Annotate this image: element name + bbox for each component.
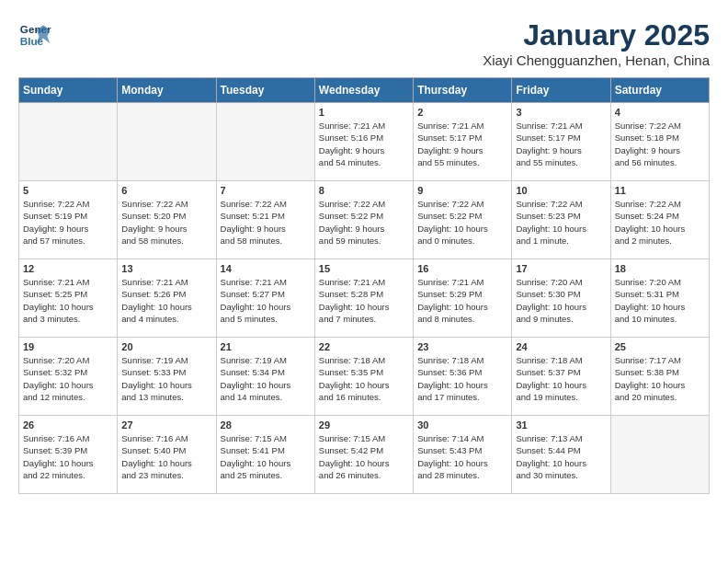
day-info: Sunrise: 7:18 AM Sunset: 5:37 PM Dayligh…: [516, 354, 606, 403]
day-number: 24: [516, 341, 606, 352]
day-number: 8: [319, 185, 409, 196]
calendar-day-cell: 27Sunrise: 7:16 AM Sunset: 5:40 PM Dayli…: [118, 416, 216, 494]
logo: General Blue: [18, 18, 51, 52]
day-info: Sunrise: 7:15 AM Sunset: 5:41 PM Dayligh…: [221, 432, 311, 481]
day-info: Sunrise: 7:22 AM Sunset: 5:23 PM Dayligh…: [516, 198, 606, 247]
calendar-week-row: 19Sunrise: 7:20 AM Sunset: 5:32 PM Dayli…: [19, 338, 710, 416]
calendar-day-cell: 17Sunrise: 7:20 AM Sunset: 5:30 PM Dayli…: [512, 259, 610, 338]
day-info: Sunrise: 7:14 AM Sunset: 5:43 PM Dayligh…: [417, 432, 507, 481]
day-info: Sunrise: 7:21 AM Sunset: 5:17 PM Dayligh…: [417, 120, 507, 168]
day-info: Sunrise: 7:22 AM Sunset: 5:18 PM Dayligh…: [615, 120, 705, 168]
calendar-day-cell: 10Sunrise: 7:22 AM Sunset: 5:23 PM Dayli…: [512, 181, 610, 259]
calendar-day-cell: 21Sunrise: 7:19 AM Sunset: 5:34 PM Dayli…: [216, 338, 314, 416]
day-number: 17: [516, 263, 606, 274]
day-info: Sunrise: 7:21 AM Sunset: 5:27 PM Dayligh…: [221, 276, 311, 325]
calendar-day-cell: 28Sunrise: 7:15 AM Sunset: 5:41 PM Dayli…: [216, 416, 314, 494]
calendar-day-cell: 20Sunrise: 7:19 AM Sunset: 5:33 PM Dayli…: [118, 338, 216, 416]
day-number: 11: [615, 185, 705, 196]
calendar-week-row: 1Sunrise: 7:21 AM Sunset: 5:16 PM Daylig…: [19, 103, 710, 181]
calendar-table: SundayMondayTuesdayWednesdayThursdayFrid…: [18, 77, 710, 494]
calendar-day-cell: [216, 103, 314, 181]
day-number: 28: [221, 419, 311, 431]
day-number: 20: [121, 341, 211, 352]
calendar-day-cell: 31Sunrise: 7:13 AM Sunset: 5:44 PM Dayli…: [512, 416, 610, 494]
calendar-week-row: 12Sunrise: 7:21 AM Sunset: 5:25 PM Dayli…: [19, 259, 710, 338]
day-info: Sunrise: 7:20 AM Sunset: 5:32 PM Dayligh…: [23, 354, 113, 403]
day-number: 3: [516, 107, 606, 118]
day-info: Sunrise: 7:16 AM Sunset: 5:40 PM Dayligh…: [121, 432, 211, 481]
title-block: January 2025 Xiayi Chengguanzhen, Henan,…: [483, 18, 710, 68]
day-number: 2: [417, 107, 507, 118]
day-number: 15: [319, 263, 409, 274]
day-number: 18: [615, 263, 705, 274]
calendar-day-cell: 25Sunrise: 7:17 AM Sunset: 5:38 PM Dayli…: [610, 338, 709, 416]
page-header: General Blue January 2025 Xiayi Chenggua…: [18, 18, 710, 68]
calendar-day-cell: 16Sunrise: 7:21 AM Sunset: 5:29 PM Dayli…: [414, 259, 512, 338]
day-info: Sunrise: 7:18 AM Sunset: 5:35 PM Dayligh…: [319, 354, 409, 403]
day-info: Sunrise: 7:22 AM Sunset: 5:19 PM Dayligh…: [23, 198, 113, 247]
day-number: 14: [221, 263, 311, 274]
day-number: 26: [23, 419, 113, 431]
calendar-day-cell: [118, 103, 216, 181]
day-info: Sunrise: 7:13 AM Sunset: 5:44 PM Dayligh…: [516, 432, 606, 481]
day-info: Sunrise: 7:19 AM Sunset: 5:34 PM Dayligh…: [221, 354, 311, 403]
day-number: 13: [121, 263, 211, 274]
calendar-day-cell: 13Sunrise: 7:21 AM Sunset: 5:26 PM Dayli…: [118, 259, 216, 338]
day-number: 29: [319, 419, 409, 431]
calendar-body: 1Sunrise: 7:21 AM Sunset: 5:16 PM Daylig…: [19, 103, 710, 494]
calendar-day-cell: 12Sunrise: 7:21 AM Sunset: 5:25 PM Dayli…: [19, 259, 118, 338]
day-info: Sunrise: 7:20 AM Sunset: 5:30 PM Dayligh…: [516, 276, 606, 325]
day-info: Sunrise: 7:20 AM Sunset: 5:31 PM Dayligh…: [615, 276, 705, 325]
calendar-week-row: 26Sunrise: 7:16 AM Sunset: 5:39 PM Dayli…: [19, 416, 710, 494]
calendar-day-cell: 23Sunrise: 7:18 AM Sunset: 5:36 PM Dayli…: [414, 338, 512, 416]
day-info: Sunrise: 7:19 AM Sunset: 5:33 PM Dayligh…: [121, 354, 211, 403]
day-number: 7: [221, 185, 311, 196]
calendar-day-cell: 18Sunrise: 7:20 AM Sunset: 5:31 PM Dayli…: [610, 259, 709, 338]
calendar-day-cell: 26Sunrise: 7:16 AM Sunset: 5:39 PM Dayli…: [19, 416, 118, 494]
day-info: Sunrise: 7:22 AM Sunset: 5:21 PM Dayligh…: [221, 198, 311, 247]
calendar-day-cell: 9Sunrise: 7:22 AM Sunset: 5:22 PM Daylig…: [414, 181, 512, 259]
day-info: Sunrise: 7:15 AM Sunset: 5:42 PM Dayligh…: [319, 432, 409, 481]
day-number: 12: [23, 263, 113, 274]
day-number: 30: [417, 419, 507, 431]
day-number: 31: [516, 419, 606, 431]
day-info: Sunrise: 7:21 AM Sunset: 5:28 PM Dayligh…: [319, 276, 409, 325]
day-number: 10: [516, 185, 606, 196]
day-info: Sunrise: 7:21 AM Sunset: 5:17 PM Dayligh…: [516, 120, 606, 168]
calendar-day-cell: 14Sunrise: 7:21 AM Sunset: 5:27 PM Dayli…: [216, 259, 314, 338]
day-number: 6: [121, 185, 211, 196]
day-number: 27: [121, 419, 211, 431]
day-info: Sunrise: 7:22 AM Sunset: 5:22 PM Dayligh…: [417, 198, 507, 247]
weekday-header-cell: Friday: [512, 78, 610, 103]
calendar-day-cell: 8Sunrise: 7:22 AM Sunset: 5:22 PM Daylig…: [314, 181, 413, 259]
day-info: Sunrise: 7:21 AM Sunset: 5:26 PM Dayligh…: [121, 276, 211, 325]
calendar-day-cell: [610, 416, 709, 494]
day-number: 5: [23, 185, 113, 196]
calendar-day-cell: 3Sunrise: 7:21 AM Sunset: 5:17 PM Daylig…: [512, 103, 610, 181]
calendar-day-cell: 1Sunrise: 7:21 AM Sunset: 5:16 PM Daylig…: [314, 103, 413, 181]
day-info: Sunrise: 7:16 AM Sunset: 5:39 PM Dayligh…: [23, 432, 113, 481]
day-number: 16: [417, 263, 507, 274]
day-number: 23: [417, 341, 507, 352]
calendar-day-cell: 29Sunrise: 7:15 AM Sunset: 5:42 PM Dayli…: [314, 416, 413, 494]
calendar-day-cell: 6Sunrise: 7:22 AM Sunset: 5:20 PM Daylig…: [118, 181, 216, 259]
calendar-day-cell: 4Sunrise: 7:22 AM Sunset: 5:18 PM Daylig…: [610, 103, 709, 181]
weekday-header-cell: Tuesday: [216, 78, 314, 103]
day-info: Sunrise: 7:21 AM Sunset: 5:29 PM Dayligh…: [417, 276, 507, 325]
day-number: 21: [221, 341, 311, 352]
calendar-day-cell: 7Sunrise: 7:22 AM Sunset: 5:21 PM Daylig…: [216, 181, 314, 259]
logo-icon: General Blue: [18, 18, 51, 52]
weekday-header-cell: Wednesday: [314, 78, 413, 103]
weekday-header-cell: Saturday: [610, 78, 709, 103]
day-info: Sunrise: 7:21 AM Sunset: 5:16 PM Dayligh…: [319, 120, 409, 168]
day-info: Sunrise: 7:22 AM Sunset: 5:20 PM Dayligh…: [121, 198, 211, 247]
weekday-header-cell: Sunday: [19, 78, 118, 103]
day-number: 22: [319, 341, 409, 352]
day-number: 1: [319, 107, 409, 118]
day-number: 19: [23, 341, 113, 352]
calendar-day-cell: 11Sunrise: 7:22 AM Sunset: 5:24 PM Dayli…: [610, 181, 709, 259]
day-info: Sunrise: 7:22 AM Sunset: 5:22 PM Dayligh…: [319, 198, 409, 247]
day-info: Sunrise: 7:18 AM Sunset: 5:36 PM Dayligh…: [417, 354, 507, 403]
weekday-header-row: SundayMondayTuesdayWednesdayThursdayFrid…: [19, 78, 710, 103]
calendar-day-cell: 22Sunrise: 7:18 AM Sunset: 5:35 PM Dayli…: [314, 338, 413, 416]
